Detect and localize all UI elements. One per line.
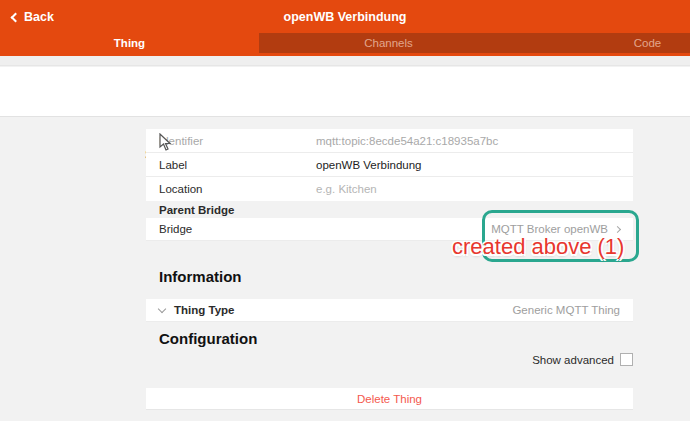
field-label: Label [159,159,316,171]
bridge-row[interactable]: Bridge MQTT Broker openWB [146,218,633,241]
tab-bar: Thing Channels Code [0,33,690,53]
show-advanced-checkbox[interactable] [620,353,633,366]
bridge-row-label: Bridge [159,223,316,235]
thing-detail-page: Back openWB Verbindung Thing Channels Co… [0,0,690,421]
chevron-right-icon [614,225,621,232]
show-advanced-row: Show advanced [146,353,633,366]
chevron-left-icon [11,12,21,22]
show-advanced-label: Show advanced [532,354,614,366]
configuration-heading: Configuration [159,330,257,347]
field-label: Identifier [159,135,316,147]
parent-bridge-section-label: Parent Bridge [159,204,234,216]
field-label: Location [159,183,316,195]
field-value: openWB Verbindung [316,159,422,171]
bridge-value: MQTT Broker openWB [491,223,608,235]
page-title: openWB Verbindung [0,10,690,24]
field-row-identifier[interactable]: Identifier mqtt:topic:8ecde54a21:c18935a… [146,129,633,153]
chevron-down-icon [158,304,166,312]
tab-channels[interactable]: Channels [259,33,518,53]
thing-type-value: Generic MQTT Thing [512,304,620,316]
field-row-location[interactable]: Location e.g. Kitchen [146,177,633,201]
thing-type-row[interactable]: Thing Type Generic MQTT Thing [146,299,633,322]
field-row-label[interactable]: Label openWB Verbindung [146,153,633,177]
back-label: Back [24,10,54,24]
delete-thing-button[interactable]: Delete Thing [146,388,633,410]
tab-code[interactable]: Code [518,33,690,53]
information-heading: Information [159,268,242,285]
gap-band [0,56,690,66]
top-navbar: Back openWB Verbindung [0,0,690,33]
status-band: Status: ONLINE [0,67,690,117]
tab-thing[interactable]: Thing [0,33,259,53]
field-value: mqtt:topic:8ecde54a21:c18935a7bc [316,135,498,147]
back-button[interactable]: Back [12,0,54,33]
thing-type-label: Thing Type [174,304,315,316]
field-placeholder: e.g. Kitchen [316,183,377,195]
